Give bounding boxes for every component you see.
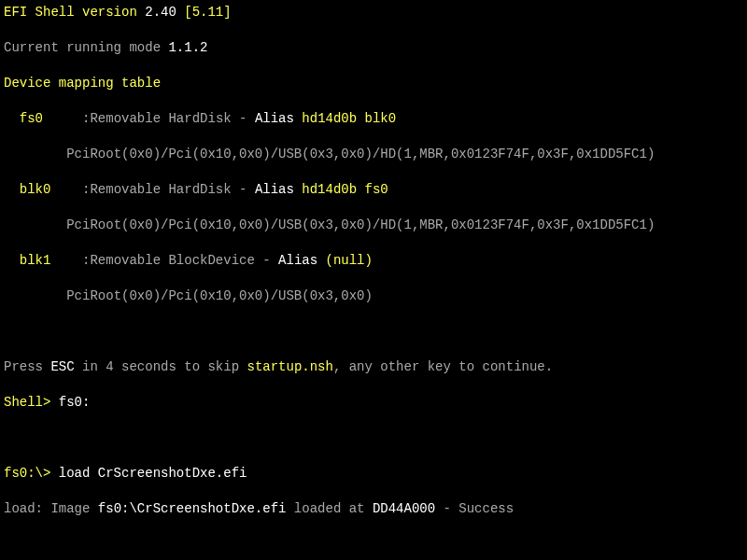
device-table-label: Device mapping table bbox=[4, 76, 161, 91]
shell-prompt: fs0:\> bbox=[4, 466, 59, 481]
load-address: DD44A000 bbox=[373, 501, 435, 516]
terminal-output: EFI Shell version 2.40 [5.11] Current ru… bbox=[4, 4, 743, 560]
mode-label: Current running mode bbox=[4, 40, 168, 55]
device-path: PciRoot(0x0)/Pci(0x10,0x0)/USB(0x3,0x0)/… bbox=[66, 147, 655, 161]
press-text: Press bbox=[4, 359, 50, 374]
shell-version: 2.40 bbox=[145, 5, 176, 20]
shell-command[interactable]: load CrScreenshotDxe.efi bbox=[59, 466, 247, 481]
shell-title: EFI Shell version bbox=[4, 5, 145, 20]
startup-file: startup.nsh bbox=[247, 359, 332, 374]
mode-value: 1.1.2 bbox=[168, 40, 207, 55]
device-name: blk0 bbox=[20, 182, 51, 197]
alias-word: Alias bbox=[255, 111, 302, 126]
device-path: PciRoot(0x0)/Pci(0x10,0x0)/USB(0x3,0x0) bbox=[66, 288, 373, 303]
device-type: Removable HardDisk bbox=[90, 111, 231, 126]
alias-word: Alias bbox=[278, 253, 325, 268]
device-path: PciRoot(0x0)/Pci(0x10,0x0)/USB(0x3,0x0)/… bbox=[66, 217, 655, 232]
shell-prompt: Shell> bbox=[4, 395, 59, 410]
device-name: fs0 bbox=[20, 111, 43, 126]
load-status: - Success bbox=[435, 501, 514, 516]
alias-value: hd14d0b blk0 bbox=[302, 111, 396, 126]
shell-command[interactable]: fs0: bbox=[59, 395, 91, 410]
load-label: load: bbox=[4, 501, 43, 516]
device-type: Removable HardDisk bbox=[90, 182, 231, 197]
esc-key: ESC bbox=[50, 359, 74, 374]
device-name: blk1 bbox=[20, 253, 51, 268]
shell-bracket: [5.11] bbox=[176, 5, 232, 20]
load-image-path: fs0:\CrScreenshotDxe.efi bbox=[98, 501, 287, 516]
alias-value: hd14d0b fs0 bbox=[302, 182, 388, 197]
alias-word: Alias bbox=[255, 182, 302, 197]
alias-value: (null) bbox=[326, 253, 373, 268]
device-type: Removable BlockDevice bbox=[90, 253, 254, 268]
